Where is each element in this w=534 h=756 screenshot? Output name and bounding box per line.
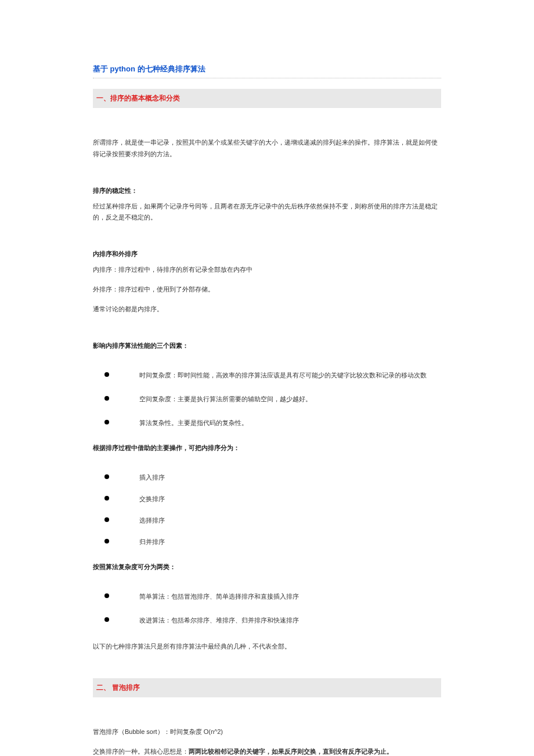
stability-heading: 排序的稳定性： bbox=[93, 186, 441, 195]
complexity-heading: 按照算法复杂度可分为两类： bbox=[93, 563, 441, 571]
internal-sort-desc: 内排序：排序过程中，待排序的所有记录全部放在内存中 bbox=[93, 264, 441, 276]
algorithms-note: 以下的七种排序算法只是所有排序算法中最经典的几种，不代表全部。 bbox=[93, 641, 441, 653]
section-header-2: 二、 冒泡排序 bbox=[93, 678, 441, 697]
list-item: 时间复杂度：即时间性能，高效率的排序算法应该是具有尽可能少的关键字比较次数和记录… bbox=[93, 371, 441, 380]
factors-list: 时间复杂度：即时间性能，高效率的排序算法应该是具有尽可能少的关键字比较次数和记录… bbox=[93, 371, 441, 427]
list-item: 空间复杂度：主要是执行算法所需要的辅助空间，越少越好。 bbox=[93, 395, 441, 404]
list-item: 选择排序 bbox=[93, 516, 441, 525]
document-page: 基于 python 的七种经典排序算法 一、排序的基本概念和分类 所谓排序，就是… bbox=[0, 0, 534, 756]
bubble-sort-core: 交换排序的一种。其核心思想是：两两比较相邻记录的关键字，如果反序则交换，直到没有… bbox=[93, 746, 441, 756]
bubble-core-prefix: 交换排序的一种。其核心思想是： bbox=[93, 748, 189, 755]
stability-body: 经过某种排序后，如果两个记录序号同等，且两者在原无序记录中的先后秩序依然保持不变… bbox=[93, 201, 441, 224]
complexity-list: 简单算法：包括冒泡排序、简单选择排序和直接插入排序 改进算法：包括希尔排序、堆排… bbox=[93, 592, 441, 625]
intro-paragraph: 所谓排序，就是使一串记录，按照其中的某个或某些关键字的大小，递增或递减的排列起来… bbox=[93, 137, 441, 160]
main-operations-heading: 根据排序过程中借助的主要操作，可把内排序分为： bbox=[93, 444, 441, 452]
external-sort-desc: 外排序：排序过程中，使用到了外部存储。 bbox=[93, 284, 441, 296]
section-header-1: 一、排序的基本概念和分类 bbox=[93, 89, 441, 108]
sort-types-list: 插入排序 交换排序 选择排序 归并排序 bbox=[93, 473, 441, 546]
list-item: 简单算法：包括冒泡排序、简单选择排序和直接插入排序 bbox=[93, 592, 441, 601]
performance-factors-heading: 影响内排序算法性能的三个因素： bbox=[93, 341, 441, 350]
list-item: 改进算法：包括希尔排序、堆排序、归并排序和快速排序 bbox=[93, 616, 441, 625]
list-item: 归并排序 bbox=[93, 538, 441, 546]
list-item: 交换排序 bbox=[93, 495, 441, 503]
internal-note: 通常讨论的都是内排序。 bbox=[93, 304, 441, 315]
bubble-core-bold: 两两比较相邻记录的关键字，如果反序则交换，直到没有反序记录为止。 bbox=[189, 748, 393, 755]
internal-external-heading: 内排序和外排序 bbox=[93, 250, 441, 258]
list-item: 插入排序 bbox=[93, 473, 441, 482]
list-item: 算法复杂性。主要是指代码的复杂性。 bbox=[93, 419, 441, 427]
bubble-sort-intro: 冒泡排序（Bubble sort）：时间复杂度 O(n^2) bbox=[93, 726, 441, 738]
document-title: 基于 python 的七种经典排序算法 bbox=[93, 64, 441, 78]
